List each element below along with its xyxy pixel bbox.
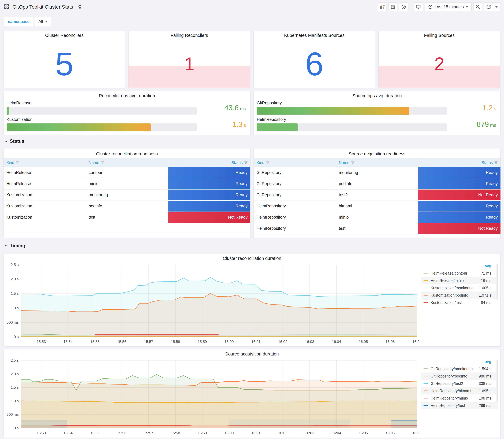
svg-text:0 s: 0 s <box>14 335 19 339</box>
refresh-interval-dropdown[interactable] <box>493 2 500 11</box>
svg-text:15:59: 15:59 <box>198 431 207 435</box>
name-cell: test <box>336 223 418 234</box>
kind-cell: GitRepository <box>254 178 336 189</box>
svg-text:16:06: 16:06 <box>386 431 395 435</box>
legend-series-name[interactable]: HelmRelease/contour <box>430 271 481 276</box>
legend-series-name[interactable]: GitRepository/monitoring <box>430 367 479 371</box>
table-panel-cluster-readiness: Cluster reconciliation readiness Kind Na… <box>3 149 250 238</box>
name-cell: bitnami <box>336 201 418 212</box>
add-panel-button[interactable] <box>378 2 387 11</box>
panel-title[interactable]: Source ops avg. duration <box>254 93 501 98</box>
legend-series-name[interactable]: Kustomization/podinfo <box>430 293 479 297</box>
series-color-swatch <box>424 376 428 377</box>
legend-series-name[interactable]: HelmRelease/minio <box>430 278 481 283</box>
zoom-out-time-button[interactable] <box>473 2 482 11</box>
status-cell: Not Ready <box>418 223 501 234</box>
dashboard-grid-icon[interactable] <box>4 4 9 10</box>
section-status[interactable]: Status <box>5 138 24 144</box>
dashboard-header: GitOps Toolkit Cluster Stats <box>0 0 504 14</box>
legend-series-name[interactable]: HelmRepository/test <box>430 403 479 408</box>
column-header-name[interactable]: Name <box>336 158 418 167</box>
panel-title[interactable]: Reconciler ops avg. duration <box>3 93 250 98</box>
panel-title[interactable]: Source acquisition duration <box>3 352 501 356</box>
table-row: HelmReleasecontourReady <box>3 167 250 178</box>
status-cell: Ready <box>168 167 250 178</box>
legend-series-name[interactable]: GitRepository/podinfo <box>430 374 479 378</box>
svg-text:15:59: 15:59 <box>198 340 207 344</box>
column-header-name[interactable]: Name <box>86 158 168 167</box>
legend-avg-header[interactable]: avg <box>421 264 498 269</box>
gauge-label: HelmRelease <box>7 101 247 105</box>
legend-series-name[interactable]: HelmRepository/bitnami <box>430 389 479 393</box>
legend-row: HelmRelease/contour71 ms <box>421 269 498 277</box>
status-cell: Ready <box>168 189 250 201</box>
panel-title[interactable]: Failing Reconcilers <box>129 33 250 38</box>
tv-mode-button[interactable] <box>414 2 423 11</box>
legend-series-name[interactable]: Kustomization/test <box>430 300 481 305</box>
panel-title[interactable]: Cluster reconciliation duration <box>3 256 501 261</box>
filter-icon[interactable] <box>266 161 269 164</box>
panel-title[interactable]: Source acquisition readiness <box>254 151 501 157</box>
svg-text:16:06: 16:06 <box>386 340 395 344</box>
chevron-down-icon <box>495 6 498 8</box>
legend-row: HelmRepository/test289 ms <box>421 402 498 409</box>
filter-icon[interactable] <box>244 161 247 164</box>
gauge-value: 1.2s <box>482 103 496 112</box>
svg-text:15:55: 15:55 <box>90 340 99 344</box>
save-dashboard-button[interactable] <box>389 2 397 11</box>
dashboard-settings-button[interactable] <box>399 2 408 11</box>
bargauge-panel-reconciler-ops: Reconciler ops avg. duration HelmRelease… <box>3 91 250 135</box>
chart-plot-area[interactable]: 0 s500 ms1.0 s1.5 s2.0 s2.5 s15:5315:541… <box>5 358 420 437</box>
timeseries-panel-source-acquisition: Source acquisition duration 0 s500 ms1.0… <box>3 349 501 438</box>
time-series-plot[interactable]: 0 s500 ms1.0 s1.5 s2.0 s2.5 s15:5315:541… <box>5 263 420 345</box>
filter-icon[interactable] <box>16 161 19 164</box>
filter-icon[interactable] <box>494 161 498 164</box>
time-series-plot[interactable]: 0 s500 ms1.0 s1.5 s2.0 s2.5 s15:5315:541… <box>5 358 420 437</box>
legend-series-name[interactable]: GitRepository/test2 <box>430 381 479 386</box>
svg-text:15:54: 15:54 <box>63 431 73 435</box>
chart-legend: avgHelmRelease/contour71 msHelmRelease/m… <box>421 264 498 306</box>
time-range-picker[interactable]: Last 15 minutes <box>425 2 472 11</box>
legend-avg-header[interactable]: avg <box>421 359 498 365</box>
gauge-row: Kustomization 1.3s <box>7 117 247 131</box>
column-header-status[interactable]: Status <box>418 158 501 167</box>
gauge-track <box>7 107 197 115</box>
panel-title[interactable]: Cluster reconciliation readiness <box>3 151 250 157</box>
svg-text:15:56: 15:56 <box>117 340 126 344</box>
section-timing[interactable]: Timing <box>5 243 25 248</box>
legend-scrollbar[interactable] <box>496 264 498 300</box>
refresh-button[interactable] <box>484 2 493 11</box>
chart-plot-area[interactable]: 0 s500 ms1.0 s1.5 s2.0 s2.5 s15:5315:541… <box>5 263 420 345</box>
timeseries-panel-cluster-reconciliation: Cluster reconciliation duration 0 s500 m… <box>3 254 501 346</box>
status-cell: Ready <box>418 178 501 189</box>
legend-series-name[interactable]: Kustomization/monitoring <box>430 286 479 290</box>
legend-row: GitRepository/test2338 ms <box>421 380 498 387</box>
svg-text:16:03: 16:03 <box>305 431 314 435</box>
legend-row: GitRepository/monitoring1.594 s <box>421 365 498 372</box>
svg-text:16:00: 16:00 <box>224 431 234 435</box>
panel-title[interactable]: Kubernetes Manifests Sources <box>254 33 375 38</box>
table-row: HelmRepositoryminioReady <box>254 212 501 223</box>
table-row: KustomizationpodinfoReady <box>3 201 250 212</box>
stat-value: 5 <box>55 48 74 80</box>
gauge-track <box>257 107 447 115</box>
panel-title[interactable]: Failing Sources <box>379 33 500 38</box>
legend-series-avg: 1.605 s <box>479 286 491 290</box>
gauge-label: HelmRepository <box>257 117 497 122</box>
column-header-kind[interactable]: Kind <box>3 158 86 167</box>
legend-scrollbar[interactable] <box>496 359 498 402</box>
variable-namespace-picker[interactable]: All <box>35 17 51 26</box>
gauge-fill <box>7 107 9 115</box>
column-header-status[interactable]: Status <box>168 158 250 167</box>
svg-text:2.0 s: 2.0 s <box>11 277 19 281</box>
series-color-swatch <box>424 302 428 303</box>
filter-icon[interactable] <box>101 161 104 164</box>
filter-icon[interactable] <box>351 161 354 164</box>
legend-series-name[interactable]: HelmRepository/minio <box>430 396 479 401</box>
column-header-kind[interactable]: Kind <box>254 158 336 167</box>
svg-text:0 s: 0 s <box>14 426 19 430</box>
svg-text:2.0 s: 2.0 s <box>11 372 19 376</box>
panel-title[interactable]: Cluster Reconcilers <box>3 33 125 38</box>
share-icon[interactable] <box>76 4 81 10</box>
kind-cell: HelmRepository <box>254 201 336 212</box>
